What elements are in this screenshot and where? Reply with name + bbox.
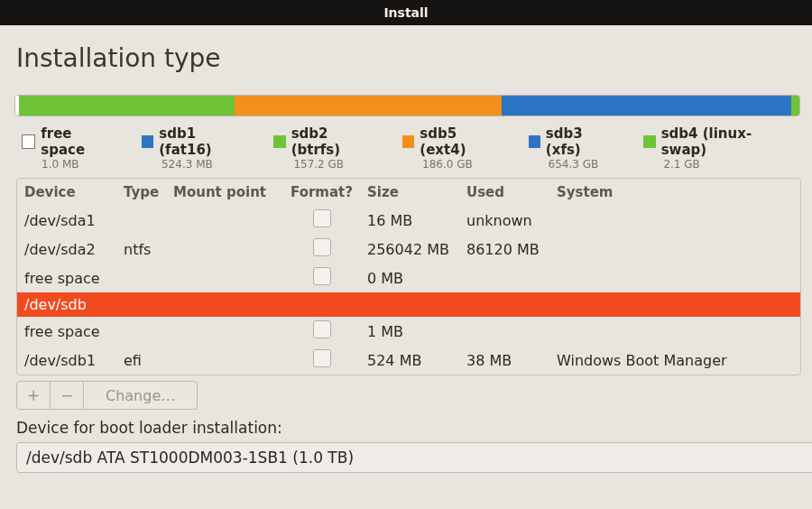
cell-type	[116, 264, 166, 292]
legend-size: 157.2 GB	[293, 158, 377, 171]
page-title: Installation type	[16, 43, 796, 73]
cell-used: 38 MB	[459, 346, 549, 375]
format-checkbox[interactable]	[313, 209, 331, 227]
legend-swatch	[402, 135, 414, 148]
table-row[interactable]: /dev/sda116 MBunknown	[17, 206, 800, 235]
cell-mount	[166, 346, 283, 375]
partbar-segment-sdb1	[19, 96, 231, 116]
cell-device: /dev/sdb1	[17, 346, 116, 375]
bootloader-label: Device for boot loader installation:	[16, 419, 796, 437]
format-checkbox[interactable]	[313, 238, 331, 256]
remove-partition-button[interactable]: −	[51, 381, 84, 410]
column-header[interactable]: Size	[360, 179, 459, 206]
cell-size: 16 MB	[360, 206, 459, 235]
table-row[interactable]: /dev/sda2ntfs256042 MB86120 MB	[17, 235, 800, 264]
legend-size: 1.0 MB	[42, 158, 116, 171]
cell-system	[549, 264, 800, 292]
cell-system	[549, 235, 800, 264]
cell-type	[116, 317, 166, 346]
partition-actions: + − Change…	[16, 381, 796, 410]
column-header[interactable]: Device	[17, 179, 116, 206]
cell-used: 86120 MB	[459, 235, 549, 264]
legend-item: sdb4 (linux-swap)2.1 GB	[643, 125, 790, 171]
legend-swatch	[643, 135, 655, 148]
format-checkbox[interactable]	[313, 267, 331, 285]
bootloader-device-select[interactable]: /dev/sdb ATA ST1000DM003-1SB1 (1.0 TB)	[16, 442, 812, 473]
cell-device: /dev/sda2	[17, 235, 116, 264]
cell-mount	[166, 206, 283, 235]
cell-size: 256042 MB	[360, 235, 459, 264]
page-content: Installation type free space1.0 MBsdb1 (…	[0, 25, 812, 509]
column-header[interactable]: Mount point	[166, 179, 283, 206]
legend-swatch	[273, 135, 285, 148]
cell-mount	[166, 317, 283, 346]
bootloader-device-value: /dev/sdb ATA ST1000DM003-1SB1 (1.0 TB)	[26, 449, 354, 467]
cell-type	[116, 292, 166, 317]
table-row[interactable]: /dev/sdb1efi524 MB38 MBWindows Boot Mana…	[17, 346, 800, 375]
table-row[interactable]: free space0 MB	[17, 264, 800, 292]
legend-label: sdb3 (xfs)	[546, 125, 619, 158]
cell-format	[283, 292, 360, 317]
cell-device: free space	[17, 317, 116, 346]
cell-size: 0 MB	[360, 264, 459, 292]
partbar-segment-sdb5	[235, 96, 501, 116]
cell-used: unknown	[459, 206, 549, 235]
legend-item: sdb3 (xfs)654.3 GB	[529, 125, 619, 171]
legend-size: 186.0 GB	[422, 158, 503, 171]
cell-type: ntfs	[116, 235, 166, 264]
partition-table[interactable]: DeviceTypeMount pointFormat?SizeUsedSyst…	[16, 178, 801, 375]
column-header[interactable]: Type	[116, 179, 166, 206]
cell-system	[549, 317, 800, 346]
legend-swatch	[22, 134, 35, 149]
cell-used	[459, 264, 549, 292]
window-title: Install	[383, 5, 428, 20]
cell-mount	[166, 264, 283, 292]
cell-device: /dev/sdb	[17, 292, 116, 317]
column-header[interactable]: System	[549, 179, 800, 206]
legend-label: sdb5 (ext4)	[420, 125, 503, 158]
partition-legend: free space1.0 MBsdb1 (fat16)524.3 MBsdb2…	[22, 125, 790, 171]
cell-system	[549, 292, 800, 317]
legend-size: 2.1 GB	[663, 158, 790, 171]
legend-swatch	[142, 135, 153, 148]
window-titlebar: Install	[0, 0, 812, 25]
legend-size: 654.3 GB	[549, 158, 619, 171]
legend-label: sdb1 (fat16)	[159, 125, 248, 158]
add-partition-button[interactable]: +	[16, 381, 51, 410]
cell-size: 1 MB	[360, 317, 459, 346]
table-row[interactable]: /dev/sdb	[17, 292, 800, 317]
legend-size: 524.3 MB	[161, 158, 248, 171]
cell-mount	[166, 292, 283, 317]
partbar-segment-sdb4	[791, 96, 799, 116]
cell-size	[360, 292, 459, 317]
cell-device: free space	[17, 264, 116, 292]
column-header[interactable]: Used	[459, 179, 549, 206]
partition-usage-bar	[14, 95, 800, 116]
cell-system: Windows Boot Manager	[549, 346, 800, 375]
legend-swatch	[529, 135, 540, 148]
column-header[interactable]: Format?	[283, 179, 360, 206]
change-partition-button[interactable]: Change…	[84, 381, 198, 410]
cell-type: efi	[116, 346, 166, 375]
format-checkbox[interactable]	[313, 320, 331, 338]
table-row[interactable]: free space1 MB	[17, 317, 800, 346]
cell-device: /dev/sda1	[17, 206, 116, 235]
cell-system	[549, 206, 800, 235]
legend-label: free space	[41, 125, 116, 158]
legend-label: sdb2 (btrfs)	[291, 125, 377, 158]
cell-type	[116, 206, 166, 235]
cell-size: 524 MB	[360, 346, 459, 375]
cell-used	[459, 317, 549, 346]
cell-mount	[166, 235, 283, 264]
cell-used	[459, 292, 549, 317]
legend-item: sdb2 (btrfs)157.2 GB	[273, 125, 377, 171]
format-checkbox[interactable]	[313, 349, 331, 367]
partbar-segment-sdb3	[502, 96, 792, 116]
legend-item: sdb1 (fat16)524.3 MB	[142, 125, 248, 171]
legend-label: sdb4 (linux-swap)	[661, 125, 790, 158]
legend-item: sdb5 (ext4)186.0 GB	[402, 125, 503, 171]
legend-item: free space1.0 MB	[22, 125, 116, 171]
